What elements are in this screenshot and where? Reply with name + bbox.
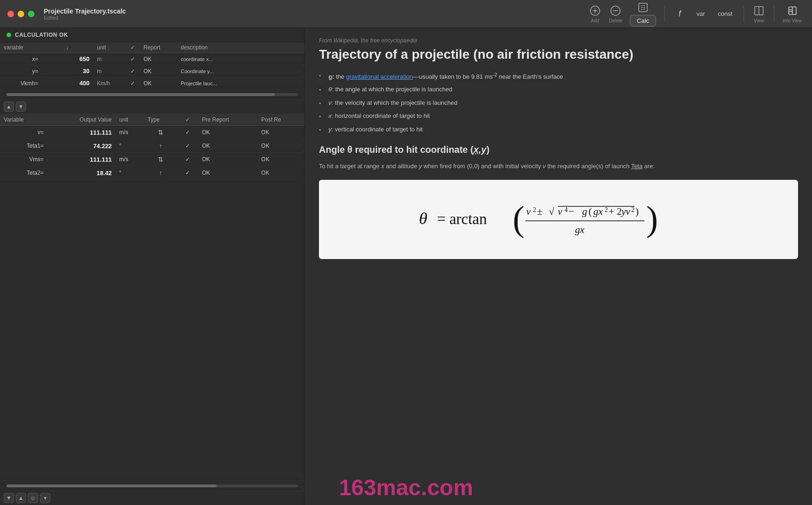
view-label: View bbox=[754, 18, 764, 23]
output-type: ⇅ bbox=[144, 126, 177, 139]
output-type: ↑ bbox=[144, 139, 177, 153]
out-col-unit: unit bbox=[115, 114, 144, 126]
bullet-item-v: v: the velocity at which the projectile … bbox=[319, 98, 798, 108]
calc-icon[interactable] bbox=[636, 1, 650, 14]
status-dot bbox=[7, 33, 11, 37]
titlebar: Projectile Trajectory.tscalc Edited Add … bbox=[0, 0, 812, 28]
nav-emoji-button[interactable]: ☺ bbox=[28, 493, 38, 503]
svg-text:±: ± bbox=[537, 206, 542, 218]
status-text: CALCULATION OK bbox=[15, 32, 68, 38]
output-postreport: OK bbox=[257, 166, 304, 180]
toolbar-calc-group[interactable]: Calc bbox=[630, 1, 656, 27]
out-col-check: ✓ bbox=[177, 114, 198, 126]
svg-text:g: g bbox=[582, 206, 587, 218]
output-check: ✓ bbox=[177, 139, 198, 153]
toolbar-separator-2 bbox=[744, 6, 744, 22]
input-table-row[interactable]: Vkmh= 400 Km/h ✓ OK Projectile lauc... bbox=[0, 77, 304, 89]
bullet-item-x: x: horizontal coordinate of target to hi… bbox=[319, 111, 798, 121]
close-button[interactable] bbox=[7, 11, 14, 17]
output-postreport: OK bbox=[257, 153, 304, 166]
minimize-button[interactable] bbox=[18, 11, 24, 17]
output-check: ✓ bbox=[177, 126, 198, 139]
toolbar-var-group[interactable]: var bbox=[694, 9, 708, 18]
input-table-row[interactable]: y= 30 m ✓ OK Coordinate y... bbox=[0, 65, 304, 77]
output-value: 111.111 bbox=[47, 153, 115, 166]
bottom-scroll-track bbox=[7, 485, 298, 487]
output-postreport: OK bbox=[257, 126, 304, 139]
nav-up-2-button[interactable]: ▲ bbox=[16, 493, 26, 503]
view-icon[interactable] bbox=[752, 4, 765, 17]
output-value: 111.111 bbox=[47, 126, 115, 139]
svg-text:θ: θ bbox=[419, 209, 427, 228]
svg-text:(: ( bbox=[588, 206, 591, 218]
input-check: ✓ bbox=[126, 77, 140, 89]
toolbar-add-group[interactable]: Add bbox=[589, 4, 602, 23]
toolbar-info-view-group[interactable]: Info View bbox=[783, 4, 802, 23]
svg-rect-5 bbox=[639, 3, 647, 12]
toolbar-f-group[interactable]: f bbox=[673, 7, 686, 20]
info-view-icon[interactable] bbox=[786, 4, 799, 17]
output-table-row[interactable]: Teta2= 18.42 ° ↑ ✓ OK OK bbox=[0, 166, 304, 180]
wiki-title: Trajectory of a projectile (no air frict… bbox=[319, 47, 798, 62]
input-table-container: variable ↓ unit ✓ Report description x= … bbox=[0, 42, 304, 89]
bullet-item-y: y: vertical coordinate of target to hit bbox=[319, 125, 798, 135]
left-panel: CALCULATION OK variable ↓ unit ✓ Report … bbox=[0, 28, 305, 505]
f-icon[interactable]: f bbox=[673, 7, 686, 20]
output-unit: ° bbox=[115, 166, 144, 180]
input-check: ✓ bbox=[126, 65, 140, 77]
toolbar-const-group[interactable]: const bbox=[715, 9, 735, 18]
output-table-row[interactable]: v= 111.111 m/s ⇅ ✓ OK OK bbox=[0, 126, 304, 139]
output-var: v= bbox=[0, 126, 47, 139]
scroll-track bbox=[7, 93, 298, 96]
svg-text:): ) bbox=[646, 199, 657, 239]
var-button[interactable]: var bbox=[694, 9, 708, 18]
nav-chevron-button[interactable]: ▾ bbox=[40, 493, 50, 503]
nav-up-button[interactable]: ▲ bbox=[4, 102, 14, 112]
input-value: 400 bbox=[42, 77, 93, 89]
maximize-button[interactable] bbox=[28, 11, 34, 17]
svg-text:2: 2 bbox=[604, 206, 608, 213]
svg-text:gx: gx bbox=[575, 224, 584, 235]
const-button[interactable]: const bbox=[715, 9, 735, 18]
add-label: Add bbox=[591, 18, 599, 23]
col-header-description: description bbox=[177, 42, 304, 53]
formula-svg: θ = arctan ( v 2 ± √ v 4 − g ( gx 2 bbox=[414, 194, 703, 245]
output-type: ↑ bbox=[144, 166, 177, 180]
output-var: Vms= bbox=[0, 153, 47, 166]
svg-text:4: 4 bbox=[564, 206, 568, 213]
input-unit: m bbox=[93, 53, 126, 65]
calc-button[interactable]: Calc bbox=[630, 15, 656, 27]
delete-icon[interactable] bbox=[609, 4, 622, 17]
output-prereport: OK bbox=[198, 126, 257, 139]
svg-text:2: 2 bbox=[631, 206, 634, 213]
input-scroll-area[interactable] bbox=[0, 89, 304, 100]
add-icon[interactable] bbox=[589, 4, 602, 17]
bullet-list: g: the gravitational acceleration—usuall… bbox=[319, 71, 798, 135]
svg-text:= arctan: = arctan bbox=[437, 211, 487, 227]
svg-text:−: − bbox=[568, 206, 574, 218]
status-bar: CALCULATION OK bbox=[0, 28, 304, 42]
app-title-area: Projectile Trajectory.tscalc Edited bbox=[44, 7, 126, 20]
bottom-scroll-thumb bbox=[7, 485, 217, 487]
wiki-source: From Wikipedia, the free encyclopaedia bbox=[319, 37, 798, 44]
output-unit: m/s bbox=[115, 126, 144, 139]
gravitational-acceleration-link[interactable]: gravitational acceleration bbox=[346, 73, 413, 80]
toolbar-view-group[interactable]: View bbox=[752, 4, 765, 23]
svg-text:v: v bbox=[558, 206, 562, 218]
nav-buttons-top: ▲ ▼ bbox=[0, 100, 304, 114]
output-scroll-area[interactable] bbox=[0, 480, 304, 491]
output-check: ✓ bbox=[177, 166, 198, 180]
output-table: Variable Output Value unit Type ✓ Pre Re… bbox=[0, 114, 304, 180]
output-prereport: OK bbox=[198, 139, 257, 153]
input-table-row[interactable]: x= 650 m ✓ OK coordinate x... bbox=[0, 53, 304, 65]
nav-down-2-button[interactable]: ▼ bbox=[4, 493, 14, 503]
body-text: To hit a target at range x and altitude … bbox=[319, 162, 798, 171]
col-header-download: ↓ bbox=[42, 42, 93, 53]
right-panel: From Wikipedia, the free encyclopaedia T… bbox=[305, 28, 812, 505]
toolbar-delete-group[interactable]: Delete bbox=[609, 4, 623, 23]
output-table-row[interactable]: Vms= 111.111 m/s ⇅ ✓ OK OK bbox=[0, 153, 304, 166]
output-table-row[interactable]: Teta1= 74.222 ° ↑ ✓ OK OK bbox=[0, 139, 304, 153]
input-table: variable ↓ unit ✓ Report description x= … bbox=[0, 42, 304, 89]
main-content: CALCULATION OK variable ↓ unit ✓ Report … bbox=[0, 28, 812, 505]
nav-down-button[interactable]: ▼ bbox=[16, 102, 26, 112]
